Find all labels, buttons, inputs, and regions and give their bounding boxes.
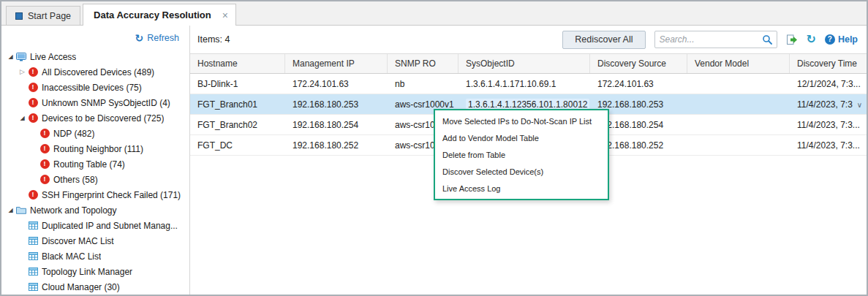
export-icon[interactable] bbox=[786, 34, 798, 45]
cell-discovery-time: 11/4/2023, 7:3... bbox=[790, 115, 867, 134]
cell-management-ip: 192.168.180.253 bbox=[285, 94, 388, 114]
alert-icon: ! bbox=[40, 159, 50, 169]
cell-vendor-model bbox=[687, 94, 790, 114]
tree-item-label: All Discovered Devices (489) bbox=[42, 67, 154, 77]
table-row[interactable]: BJ-Dlink-1 172.24.101.63 nb 1.3.6.1.4.1.… bbox=[190, 74, 867, 94]
tree-item-label: Cloud Manager (30) bbox=[42, 282, 120, 292]
menu-item-move-to-do-not-scan-list[interactable]: Move Selected IPs to Do-Not-Scan IP List bbox=[435, 113, 608, 129]
refresh-link[interactable]: ↻ Refresh bbox=[1, 30, 189, 46]
table-header: Hostname Management IP SNMP RO SysObject… bbox=[190, 53, 867, 74]
app-window: Start Page Data Accuracy Resolution × ↻ … bbox=[0, 0, 868, 296]
discovery-time-value: 11/4/2023, 7:3 bbox=[797, 99, 853, 110]
items-count-label: Items: 4 bbox=[197, 34, 230, 45]
twisty-expanded-icon[interactable]: ◢ bbox=[6, 54, 15, 60]
tree-item-duplicated-ip-subnet-manager[interactable]: Duplicated IP and Subnet Manag... bbox=[1, 218, 189, 233]
alert-icon: ! bbox=[29, 190, 38, 200]
tree-item-black-mac-list[interactable]: Black MAC List bbox=[1, 248, 189, 264]
alert-icon: ! bbox=[29, 113, 38, 123]
alert-icon: ! bbox=[29, 67, 38, 77]
content-area: ↻ Refresh ◢ Live Access ▷ ! All Discover… bbox=[1, 26, 867, 295]
column-header-hostname[interactable]: Hostname bbox=[190, 54, 285, 73]
tree-item-ssh-fingerprint-check-failed[interactable]: ! SSH Fingerprint Check Failed (171) bbox=[1, 187, 189, 202]
tree-item-ndp[interactable]: ! NDP (482) bbox=[1, 126, 189, 141]
chevron-down-icon[interactable]: ∨ bbox=[857, 100, 862, 108]
tree-item-routing-neighbor[interactable]: ! Routing Neighbor (111) bbox=[1, 141, 189, 156]
toolbar: Items: 4 Rediscover All ↻ ? Help bbox=[190, 26, 867, 53]
tree-item-label: Routing Table (74) bbox=[53, 159, 125, 170]
column-header-discovery-time[interactable]: Discovery Time bbox=[790, 54, 867, 73]
tree-item-unknown-snmp-sysobjectid[interactable]: ! Unknown SNMP SysObjectID (4) bbox=[1, 95, 189, 110]
tree-item-inaccessible-devices[interactable]: ! Inaccessible Devices (75) bbox=[1, 80, 189, 95]
search-box[interactable] bbox=[654, 31, 777, 48]
tree-item-all-discovered-devices[interactable]: ▷ ! All Discovered Devices (489) bbox=[1, 64, 189, 80]
column-header-snmp-ro[interactable]: SNMP RO bbox=[388, 54, 458, 73]
tab-label: Start Page bbox=[28, 11, 71, 21]
menu-item-live-access-log[interactable]: Live Access Log bbox=[435, 180, 608, 197]
tree-item-routing-table[interactable]: ! Routing Table (74) bbox=[1, 156, 189, 172]
cell-discovery-time: 11/4/2023, 7:3... bbox=[790, 135, 867, 155]
tree-item-others[interactable]: ! Others (58) bbox=[1, 172, 189, 187]
tree-item-label: Inaccessible Devices (75) bbox=[42, 83, 142, 93]
tree-item-live-access[interactable]: ◢ Live Access bbox=[1, 49, 189, 64]
alert-icon: ! bbox=[40, 129, 50, 138]
column-header-vendor-model[interactable]: Vendor Model bbox=[687, 54, 790, 73]
close-icon[interactable]: × bbox=[222, 10, 228, 21]
tab-start-page[interactable]: Start Page bbox=[6, 6, 80, 25]
tree-item-topology-link-manager[interactable]: Topology Link Manager bbox=[1, 264, 189, 279]
cell-sysobjectid: 1.3.6.1.4.1.171.10.69.1 bbox=[458, 74, 590, 94]
table-icon bbox=[27, 252, 39, 260]
menu-item-delete-from-table[interactable]: Delete from Table bbox=[435, 146, 608, 163]
tree-item-label: Duplicated IP and Subnet Manag... bbox=[42, 221, 178, 231]
alert-icon: ! bbox=[29, 98, 38, 107]
context-menu: Move Selected IPs to Do-Not-Scan IP List… bbox=[434, 109, 609, 200]
column-header-management-ip[interactable]: Management IP bbox=[285, 54, 388, 73]
twisty-collapsed-icon[interactable]: ▷ bbox=[18, 69, 27, 75]
sidebar: ↻ Refresh ◢ Live Access ▷ ! All Discover… bbox=[1, 26, 190, 295]
help-label: Help bbox=[838, 34, 858, 45]
search-input[interactable] bbox=[660, 34, 759, 45]
table-icon bbox=[27, 237, 39, 245]
tree-item-cloud-manager[interactable]: Cloud Manager (30) bbox=[1, 279, 189, 295]
menu-item-add-to-vendor-model-table[interactable]: Add to Vendor Model Table bbox=[435, 129, 608, 146]
table-icon bbox=[27, 221, 39, 229]
tree-item-label: NDP (482) bbox=[53, 129, 94, 139]
navigation-tree: ◢ Live Access ▷ ! All Discovered Devices… bbox=[1, 49, 189, 295]
search-icon[interactable] bbox=[762, 34, 772, 45]
tree-item-network-and-topology[interactable]: ◢ Network and Topology bbox=[1, 202, 189, 218]
tree-item-label: Unknown SNMP SysObjectID (4) bbox=[42, 98, 170, 108]
tree-item-label: Black MAC List bbox=[42, 251, 101, 262]
table-icon bbox=[27, 267, 39, 276]
refresh-label: Refresh bbox=[147, 33, 179, 43]
tab-data-accuracy-resolution[interactable]: Data Accuracy Resolution × bbox=[83, 4, 236, 26]
start-page-icon bbox=[15, 12, 23, 20]
twisty-expanded-icon[interactable]: ◢ bbox=[18, 115, 27, 121]
rediscover-all-button[interactable]: Rediscover All bbox=[562, 31, 645, 49]
tab-bar: Start Page Data Accuracy Resolution × bbox=[1, 1, 867, 26]
help-button[interactable]: ? Help bbox=[825, 34, 858, 45]
tree-item-discover-mac-list[interactable]: Discover MAC List bbox=[1, 233, 189, 248]
alert-icon: ! bbox=[40, 175, 50, 184]
live-access-icon bbox=[15, 53, 27, 61]
cell-hostname: FGT_Branch02 bbox=[190, 115, 285, 134]
column-header-sysobjectid[interactable]: SysObjectID bbox=[458, 54, 590, 73]
cell-discovery-time: 12/1/2024, 7:3... bbox=[790, 74, 867, 94]
cell-management-ip: 172.24.101.63 bbox=[285, 74, 388, 94]
tab-label: Data Accuracy Resolution bbox=[94, 10, 211, 20]
cell-hostname: BJ-Dlink-1 bbox=[190, 74, 285, 94]
twisty-expanded-icon[interactable]: ◢ bbox=[6, 208, 15, 213]
help-icon: ? bbox=[825, 34, 835, 45]
tree-item-devices-to-be-discovered[interactable]: ◢ ! Devices to be Discovered (725) bbox=[1, 110, 189, 126]
tree-item-label: Network and Topology bbox=[30, 205, 117, 216]
column-header-discovery-source[interactable]: Discovery Source bbox=[590, 54, 687, 73]
cell-discovery-source: 172.24.101.63 bbox=[590, 74, 687, 94]
cell-vendor-model bbox=[687, 115, 790, 134]
tree-item-label: Discover MAC List bbox=[42, 236, 114, 246]
menu-item-discover-selected-devices[interactable]: Discover Selected Device(s) bbox=[435, 163, 608, 180]
alert-icon: ! bbox=[40, 144, 50, 153]
tree-item-label: Topology Link Manager bbox=[42, 267, 132, 277]
main-panel: Items: 4 Rediscover All ↻ ? Help bbox=[190, 26, 867, 295]
cell-discovery-time: 11/4/2023, 7:3 ∨ bbox=[790, 94, 867, 114]
tree-item-label: Devices to be Discovered (725) bbox=[42, 113, 164, 124]
tree-item-label: Others (58) bbox=[53, 175, 98, 185]
refresh-icon[interactable]: ↻ bbox=[807, 34, 816, 45]
